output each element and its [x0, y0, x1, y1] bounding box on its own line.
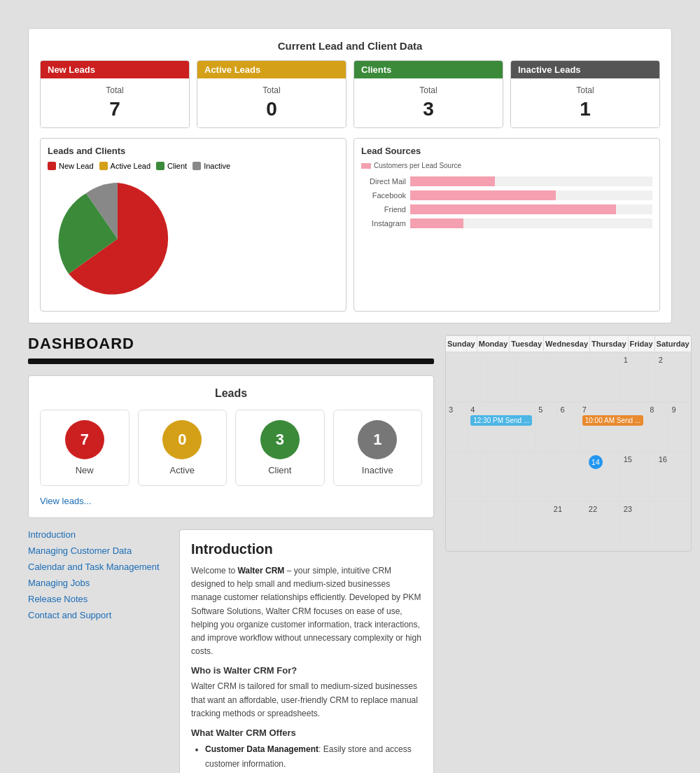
bar-fill-direct-mail [410, 176, 495, 186]
cal-cell-w3-fri: 15 [621, 452, 656, 501]
stat-label-clients: Total [361, 85, 496, 95]
stat-body-clients: Total 3 [354, 78, 503, 127]
lead-label-client: Client [243, 465, 317, 475]
lead-circle-active: 0 [162, 420, 202, 459]
lead-card-client: 3 Client [235, 410, 325, 486]
lead-label-new: New [48, 465, 122, 475]
lead-card-new: 7 New [40, 410, 130, 486]
cal-cell-w2-tue: 5 [536, 403, 557, 452]
cal-cell-w4-thu: 22 [586, 502, 621, 551]
nav-link-managing-jobs[interactable]: Managing Jobs [28, 578, 168, 588]
cal-date-14-today: 14 [589, 455, 603, 469]
lead-circle-new: 7 [65, 420, 104, 459]
intro-p1: Welcome to Walter CRM – your simple, int… [191, 564, 422, 658]
legend-label-new-lead: New Lead [59, 162, 94, 170]
intro-who-text: Walter CRM is tailored for small to medi… [191, 680, 422, 720]
stat-value-new-leads: 7 [48, 98, 182, 120]
calendar-header-row: Sunday Monday Tuesday Wednesday Thursday… [446, 335, 691, 352]
cal-cell-w3-tue [516, 452, 551, 501]
bar-legend-label: Customers per Lead Source [374, 162, 461, 169]
cal-cell-w1-sun [446, 353, 481, 402]
cal-header-friday: Friday [629, 336, 655, 352]
cal-cell-w2-mon: 4 12:30 PM Send ... [468, 403, 536, 452]
stat-label-active-leads: Total [204, 85, 339, 95]
leads-clients-chart: Leads and Clients New Lead Active Lead C… [40, 138, 346, 312]
cal-date-6: 6 [561, 405, 576, 414]
page-wrapper: Current Lead and Client Data New Leads T… [0, 0, 700, 773]
view-leads-link[interactable]: View leads... [40, 496, 91, 506]
cal-header-monday: Monday [477, 336, 510, 352]
dashboard-card-title: Current Lead and Client Data [40, 40, 660, 52]
bar-chart-legend: Customers per Lead Source [361, 162, 652, 169]
pie-legend: New Lead Active Lead Client Inactive [48, 162, 339, 170]
calendar-week-3: 14 15 16 [446, 452, 691, 501]
stat-header-clients: Clients [354, 61, 503, 78]
leads-clients-chart-title: Leads and Clients [48, 146, 339, 156]
stat-header-new-leads: New Leads [41, 61, 189, 78]
leads-panel-title: Leads [40, 387, 422, 400]
pie-chart-svg [48, 176, 188, 302]
legend-inactive: Inactive [192, 162, 230, 170]
bar-fill-instagram [410, 218, 463, 228]
leads-panel: Leads 7 New 0 Active [28, 375, 434, 518]
cal-date-7: 7 [582, 405, 644, 414]
bar-label-friend: Friend [361, 205, 410, 214]
intro-col: Introduction Welcome to Walter CRM – you… [179, 529, 434, 773]
cal-date-9: 9 [671, 405, 687, 414]
cal-date-23: 23 [624, 505, 652, 513]
nav-link-managing-customer-data[interactable]: Managing Customer Data [28, 545, 168, 556]
nav-link-calendar-task-management[interactable]: Calendar and Task Management [28, 562, 168, 572]
stat-box-clients: Clients Total 3 [354, 60, 503, 128]
nav-link-contact-support[interactable]: Contact and Support [28, 610, 168, 620]
cal-header-tuesday: Tuesday [510, 336, 544, 352]
stat-body-active-leads: Total 0 [197, 78, 346, 127]
lead-card-inactive: 1 Inactive [333, 410, 423, 486]
cal-date-5: 5 [538, 405, 554, 414]
cal-event-7[interactable]: 10:00 AM Send ... [582, 415, 644, 426]
cal-cell-w2-thu: 7 10:00 AM Send ... [580, 403, 648, 452]
cal-cell-w3-thu: 14 [586, 452, 621, 501]
bar-label-facebook: Facebook [361, 191, 410, 200]
intro-what-title: What Walter CRM Offers [191, 727, 422, 738]
legend-label-inactive: Inactive [204, 162, 230, 170]
cal-date-8: 8 [650, 405, 665, 414]
legend-dot-inactive [192, 162, 201, 170]
dashboard-section: DASHBOARD [28, 335, 434, 364]
bar-label-direct-mail: Direct Mail [361, 177, 410, 186]
cal-event-4[interactable]: 12:30 PM Send ... [470, 415, 532, 426]
cal-cell-w4-sat [656, 502, 691, 551]
bar-fill-friend [410, 204, 616, 214]
stats-row: New Leads Total 7 Active Leads Total 0 C… [40, 60, 660, 128]
cal-header-wednesday: Wednesday [544, 336, 590, 352]
nav-link-release-notes[interactable]: Release Notes [28, 594, 168, 604]
cal-cell-w4-wed: 21 [551, 502, 586, 551]
cal-cell-w2-sat: 9 [668, 403, 690, 452]
cal-cell-w2-wed: 6 [558, 403, 580, 452]
lead-value-inactive: 1 [373, 431, 382, 449]
cal-header-sunday: Sunday [446, 336, 477, 352]
nav-links-col: Introduction Managing Customer Data Cale… [28, 529, 168, 773]
bar-track-friend [410, 204, 652, 214]
stat-label-inactive-leads: Total [518, 85, 652, 95]
stat-value-inactive-leads: 1 [518, 98, 652, 120]
lead-circle-client: 3 [260, 420, 300, 459]
nav-link-introduction[interactable]: Introduction [28, 529, 168, 540]
calendar-week-4: 21 22 23 [446, 501, 691, 551]
bar-track-direct-mail [410, 176, 652, 186]
legend-label-active-lead: Active Lead [111, 162, 150, 170]
stat-body-inactive-leads: Total 1 [511, 78, 659, 127]
bar-label-instagram: Instagram [361, 219, 410, 228]
lead-value-active: 0 [178, 431, 186, 449]
stat-value-clients: 3 [361, 98, 496, 120]
intro-features-list: Customer Data Management: Easily store a… [191, 742, 422, 773]
leads-cards-row: 7 New 0 Active 3 Client [40, 410, 422, 486]
cal-date-22: 22 [589, 505, 617, 513]
stat-box-inactive-leads: Inactive Leads Total 1 [510, 60, 660, 128]
bar-row-direct-mail: Direct Mail [361, 176, 652, 186]
bar-chart-area: Direct Mail Facebook Friend [361, 174, 652, 235]
legend-label-client: Client [167, 162, 187, 170]
cal-header-thursday: Thursday [590, 336, 629, 352]
lead-circle-inactive: 1 [358, 420, 397, 459]
legend-new-lead: New Lead [48, 162, 94, 170]
cal-cell-w3-wed [551, 452, 586, 501]
